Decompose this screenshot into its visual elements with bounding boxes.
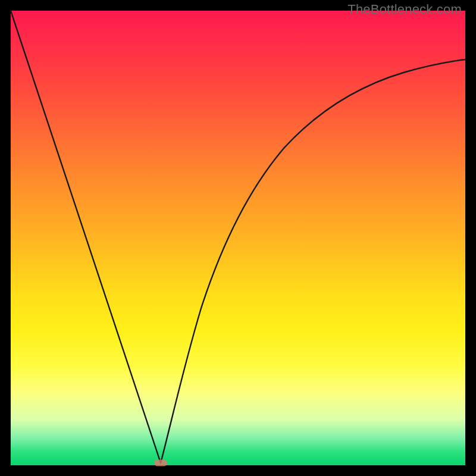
- plot-area: [11, 11, 465, 465]
- bottleneck-curve: [11, 11, 465, 465]
- outer-frame: TheBottleneck.com: [0, 0, 476, 476]
- optimal-marker: [154, 460, 167, 466]
- watermark-text: TheBottleneck.com: [347, 2, 462, 17]
